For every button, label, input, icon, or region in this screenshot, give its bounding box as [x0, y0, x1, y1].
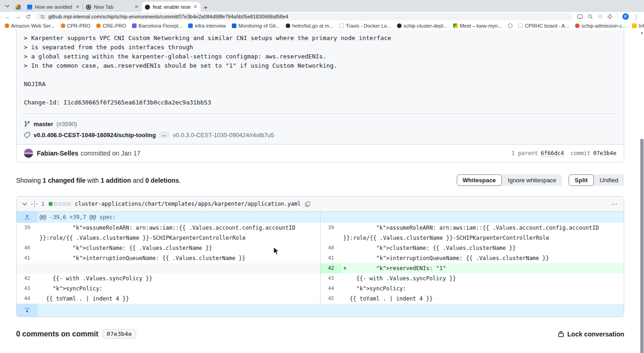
tag-more-button[interactable]: … [159, 132, 170, 138]
scrollbar-thumb[interactable] [640, 139, 644, 353]
new-line-number[interactable]: 44 [320, 284, 341, 294]
bookmark-label: Meet – kww-myn... [460, 23, 502, 29]
tune-icon[interactable] [40, 14, 45, 19]
star-icon[interactable]: ☆ [598, 13, 603, 20]
collapse-chevron-icon[interactable] [22, 203, 27, 206]
old-line-number[interactable] [17, 263, 38, 273]
expand-down-icon[interactable] [17, 304, 38, 317]
commit-footer: Fabian-Selles committed on Jan 17 1 pare… [17, 145, 624, 162]
old-line-code: "k">assumeRoleARN: arn:aws:iam::{{ .Valu… [38, 223, 320, 243]
unified-view-button[interactable]: Unified [594, 174, 624, 186]
bookmark-item[interactable]: CPRHC board - A... [518, 23, 569, 29]
zoom-icon[interactable] [587, 14, 593, 19]
browser-tab[interactable]: feat: enable reservedEnis fo... ✕ [142, 2, 201, 12]
back-icon[interactable]: ← [5, 14, 11, 20]
pinned-tab[interactable] [12, 2, 24, 12]
reload-icon[interactable] [26, 14, 31, 19]
lock-icon [558, 330, 564, 337]
bookmark-item[interactable]: Infra Interview Se... [632, 23, 644, 29]
expand-down-row [17, 304, 624, 317]
expand-up-icon[interactable] [17, 212, 38, 223]
tag-secondary[interactable]: v0.0.3.0-CEST-1035-090424/r4s6t7u5 [173, 132, 274, 139]
browser-tab-strip: How we avoided an outag... ✕ New Tab ✕ f… [0, 0, 644, 12]
file-path[interactable]: cluster-applications/chart/templates/app… [75, 201, 301, 207]
forward-icon[interactable]: → [15, 14, 21, 20]
bookmark-item[interactable]: Meet – kww-myn... [453, 23, 502, 29]
file-options-kebab-icon[interactable]: ⋯ [611, 200, 618, 208]
cast-icon[interactable] [577, 14, 583, 19]
diff-split-view: @@ -39,6 +39,7 @@ spec: 39 "k">assumeRol… [17, 212, 624, 317]
old-line-number[interactable]: 41 [17, 253, 38, 263]
bookmark-label: infra interview [195, 23, 226, 29]
scrollbar-up-arrow[interactable]: ▲ [640, 31, 644, 34]
new-line-code: {{- with .Values.syncPolicy }} [341, 273, 624, 284]
diff-row: 43 "k">syncPolicy: 44 "k">syncPolicy: [17, 284, 624, 294]
bookmark-label: CPRHC board - A... [525, 23, 569, 29]
hunk-header-row: @@ -39,6 +39,7 @@ spec: [17, 212, 624, 223]
commit-sha: 07e3b4e [593, 150, 616, 156]
tab-close-icon[interactable]: ✕ [135, 5, 138, 9]
bookmark-item[interactable]: infra interview [188, 23, 226, 29]
bookmark-item[interactable]: Travis - Docker La... [339, 23, 391, 29]
bookmark-favicon [286, 23, 290, 28]
bookmark-favicon [339, 23, 344, 28]
tab-close-icon[interactable]: ✕ [76, 5, 80, 9]
new-line-number[interactable]: 40 [320, 243, 341, 253]
new-line-code: + "k">reservedENIs: "1" [341, 263, 624, 273]
branch-name[interactable]: master [34, 121, 53, 127]
page-scrollbar[interactable]: ▲ [640, 30, 644, 353]
parent-sha-link[interactable]: 6f66dc4 [540, 150, 564, 157]
drag-handle-icon[interactable] [31, 201, 37, 207]
bookmark-item[interactable]: helm/list.go at m... [286, 23, 333, 29]
lock-conversation-button[interactable]: Lock conversation [558, 330, 624, 338]
old-line-code: {{- with .Values.syncPolicy }} [38, 273, 320, 284]
bookmark-label: Travis - Docker La... [345, 23, 391, 29]
bookmark-item[interactable]: Amazon Web Ser... [5, 23, 55, 29]
menu-kebab-icon[interactable]: ⋮ [633, 14, 639, 20]
tab-close-icon[interactable]: ✕ [194, 5, 197, 9]
old-line-number[interactable]: 42 [17, 273, 38, 284]
bookmark-item[interactable]: CRE-PRO [96, 23, 126, 29]
browser-tab[interactable]: New Tab ✕ [83, 2, 142, 12]
author-avatar[interactable] [24, 149, 33, 158]
bookmark-item[interactable]: schip-admission-c... [575, 23, 626, 29]
copy-path-icon[interactable] [305, 201, 310, 207]
new-line-number[interactable]: 41 [320, 253, 341, 263]
new-line-number[interactable]: 42 [320, 263, 341, 273]
split-view-button[interactable]: Split [569, 174, 593, 186]
new-tab-button[interactable]: + [201, 2, 211, 12]
bookmark-item[interactable]: Monitoring of Git... [232, 23, 280, 29]
bookmark-favicon [61, 23, 65, 28]
whitespace-button[interactable]: Whitespace [457, 174, 502, 186]
address-bar[interactable]: github.mpi-internal.com/schip/schip-envi… [35, 13, 573, 20]
new-line-number[interactable]: 45 [320, 294, 341, 304]
bookmarks-bar: Amazon Web Ser... CPR-PRO CRE-PRO Barcel… [0, 21, 644, 30]
bookmark-favicon [518, 23, 523, 28]
ignore-whitespace-button[interactable]: Ignore whitespace [502, 174, 563, 186]
commit-page: > Karpenter supports VPC CNI Custom Netw… [0, 30, 644, 353]
bookmark-item[interactable]: CPR-PRO [61, 23, 91, 29]
bookmark-label: CRE-PRO [103, 23, 126, 29]
new-line-code: {{ toYaml . | indent 4 }} [341, 294, 624, 304]
diff-row: 42 + "k">reservedENIs: "1" [17, 263, 624, 273]
tag-name[interactable]: v0.0.406.0-CEST-1049-160924/schip-toolin… [34, 132, 156, 139]
bookmark-item[interactable] [508, 23, 512, 28]
bookmark-favicon [132, 23, 137, 28]
profile-avatar[interactable]: F [622, 13, 629, 20]
hunk-header-text[interactable]: @@ -39,6 +39,7 @@ spec: [38, 212, 320, 223]
old-line-number[interactable]: 40 [17, 243, 38, 253]
old-line-number[interactable]: 39 [17, 223, 38, 243]
git-branch-icon [24, 121, 30, 127]
author-name[interactable]: Fabian-Selles [37, 150, 78, 157]
bookmark-item[interactable]: Barcelona Floorpl... [132, 23, 182, 29]
old-line-number[interactable]: 44 [17, 294, 38, 304]
browser-tab[interactable]: How we avoided an outag... ✕ [24, 2, 83, 12]
bookmark-item[interactable]: schip-cluster-depl... [397, 23, 447, 29]
bookmark-favicon [575, 23, 580, 28]
new-line-number[interactable]: 39 [320, 223, 341, 243]
tab-list-chevron-icon[interactable] [3, 1, 12, 11]
new-line-number[interactable]: 43 [320, 273, 341, 284]
branch-pr-number[interactable]: (#3590) [57, 121, 77, 127]
old-line-number[interactable]: 43 [17, 284, 38, 294]
extensions-icon[interactable] [607, 14, 613, 19]
